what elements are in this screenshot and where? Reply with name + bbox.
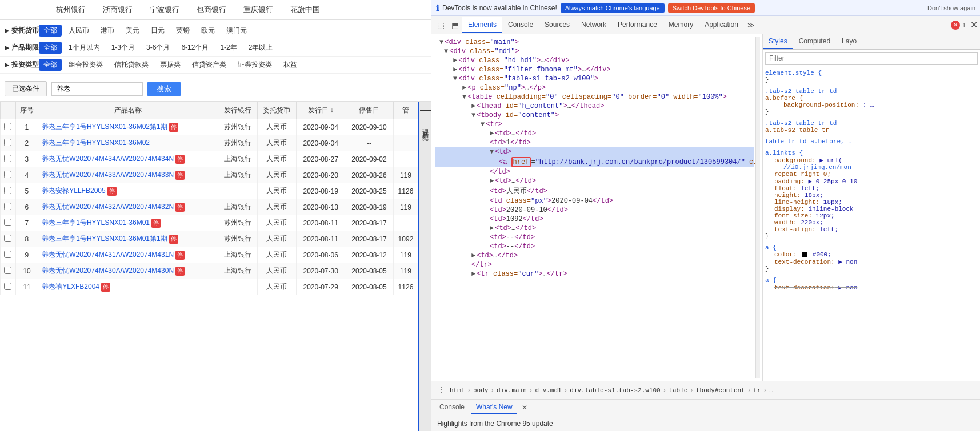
product-link[interactable]: 养老三年享1号HYYLSNX01-36M02 — [42, 139, 150, 147]
cell-checkbox[interactable] — [1, 183, 16, 199]
cell-checkbox[interactable] — [1, 263, 16, 279]
console-tab-console[interactable]: Console — [435, 401, 469, 414]
period-opt-1-2y[interactable]: 1-2年 — [215, 42, 241, 54]
cell-name[interactable]: 养老无忧W202074M430A/W202074M430N 停 — [38, 263, 218, 279]
breadcrumb-menu-btn[interactable]: ⋮ — [435, 383, 447, 397]
type-opt-combo[interactable]: 组合投资类 — [64, 59, 107, 71]
dom-scrollbar[interactable] — [755, 37, 760, 378]
dom-line-selected-td[interactable]: ▼<td> — [435, 147, 754, 156]
styles-tab-computed[interactable]: Computed — [793, 34, 836, 49]
compare-sidebar[interactable]: ⟶ 理财产品对比 — [418, 102, 431, 431]
period-opt-6-12m[interactable]: 6-12个月 — [177, 42, 213, 54]
cell-name[interactable]: 养老三年享1号HYYLSNX01-36M02 — [38, 135, 218, 151]
compare-arrow[interactable]: ⟶ — [419, 102, 431, 119]
tab-sources[interactable]: Sources — [539, 17, 575, 33]
bank-ningbo[interactable]: 宁波银行 — [150, 5, 179, 15]
period-opt-3-6m[interactable]: 3-6个月 — [142, 42, 174, 54]
currency-opt-mop[interactable]: 澳门元 — [222, 25, 251, 37]
currency-opt-all[interactable]: 全部 — [39, 25, 62, 37]
product-link[interactable]: 养老三年享1号HYYLSNX01-36M01第1期 — [42, 235, 167, 243]
breadcrumb-body[interactable]: body — [473, 387, 488, 394]
breadcrumb-html[interactable]: html — [450, 387, 465, 394]
switch-chinese-button[interactable]: Switch DevTools to Chinese — [668, 3, 755, 13]
dom-line-anchor[interactable]: <a href="http://bank.jrj.com.cn/bankpro/… — [435, 156, 754, 167]
product-link[interactable]: 养老三年享1号HYYLSNX01-36M02第1期 — [42, 123, 167, 131]
more-tabs-button[interactable]: ≫ — [744, 19, 758, 31]
product-link[interactable]: 养老无忧W202074M431A/W202074M431N — [42, 251, 174, 259]
cell-name[interactable]: 养老安禄YLLFB2005 停 — [38, 183, 218, 199]
styles-filter-input[interactable] — [765, 52, 978, 65]
currency-opt-gbp[interactable]: 英镑 — [171, 25, 194, 37]
product-link[interactable]: 养老无忧W202074M430A/W202074M430N — [42, 267, 174, 275]
cell-name[interactable]: 养老三年享1号HYYLSNX01-36M01第1期 停 — [38, 231, 218, 247]
conditions-button[interactable]: 已选条件 — [5, 81, 47, 96]
cell-checkbox[interactable] — [1, 231, 16, 247]
product-link[interactable]: 养老禧YLXFB2004 — [42, 283, 99, 291]
breadcrumb-table[interactable]: table — [669, 387, 687, 394]
product-link[interactable]: 养老三年享1号HYYLSNX01-36M01 — [42, 219, 150, 227]
type-opt-bill[interactable]: 票据类 — [155, 59, 185, 71]
cell-name[interactable]: 养老无忧W202074M432A/W202074M432N 停 — [38, 199, 218, 215]
type-opt-credit[interactable]: 信贷资产类 — [187, 59, 231, 71]
period-opt-1-3m[interactable]: 1-3个月 — [107, 42, 139, 54]
console-close-btn[interactable]: ✕ — [519, 402, 530, 413]
bank-baoshang[interactable]: 包商银行 — [197, 5, 226, 15]
cell-checkbox[interactable] — [1, 247, 16, 263]
cell-checkbox[interactable] — [1, 135, 16, 151]
cell-checkbox[interactable] — [1, 215, 16, 231]
breadcrumb-divmd1[interactable]: div.md1 — [535, 387, 561, 394]
styles-tab-layout[interactable]: Layo — [836, 34, 862, 49]
type-opt-equity[interactable]: 权益 — [279, 59, 302, 71]
css-link[interactable]: //i0.jrjimg.cn/mon — [783, 164, 851, 171]
cell-name[interactable]: 养老三年享1号HYYLSNX01-36M02第1期 停 — [38, 119, 218, 135]
bank-zhejiang[interactable]: 浙商银行 — [103, 5, 133, 15]
currency-opt-hkd[interactable]: 港币 — [96, 25, 119, 37]
styles-tab-styles[interactable]: Styles — [763, 34, 793, 49]
search-input[interactable] — [51, 82, 143, 96]
inspect-icon[interactable]: ⬚ — [434, 18, 448, 32]
product-link[interactable]: 养老无忧W202074M432A/W202074M432N — [42, 203, 174, 211]
tab-console[interactable]: Console — [502, 17, 539, 33]
breadcrumb-ellipsis[interactable]: … — [769, 387, 773, 394]
breadcrumb-tr[interactable]: tr — [753, 387, 761, 394]
match-language-button[interactable]: Always match Chrome's language — [561, 3, 665, 13]
cell-name[interactable]: 养老无忧W202074M431A/W202074M431N 停 — [38, 247, 218, 263]
bank-hangzhou[interactable]: 杭州银行 — [56, 5, 86, 15]
period-opt-2y[interactable]: 2年以上 — [244, 42, 278, 54]
cell-name[interactable]: 养老禧YLXFB2004 停 — [38, 279, 218, 295]
close-devtools-button[interactable]: ✕ — [970, 19, 978, 30]
type-opt-trust[interactable]: 信托贷款类 — [110, 59, 153, 71]
cell-checkbox[interactable] — [1, 167, 16, 183]
product-link[interactable]: 养老安禄YLLFB2005 — [42, 187, 105, 195]
breadcrumb-tbody[interactable]: tbody#content — [696, 387, 745, 394]
cell-checkbox[interactable] — [1, 279, 16, 295]
dont-show-button[interactable]: Don't show again — [927, 5, 975, 11]
currency-opt-rmb[interactable]: 人民币 — [64, 25, 94, 37]
cell-checkbox[interactable] — [1, 151, 16, 167]
bank-citi[interactable]: 花旗中国 — [290, 5, 320, 15]
cell-name[interactable]: 养老三年享1号HYYLSNX01-36M01 停 — [38, 215, 218, 231]
period-opt-1m[interactable]: 1个月以内 — [64, 42, 105, 54]
product-link[interactable]: 养老无忧W202074M433A/W202074M433N — [42, 171, 174, 179]
error-badge[interactable]: ✕ — [951, 21, 960, 30]
search-button[interactable]: 搜索 — [147, 82, 181, 96]
tab-elements[interactable]: Elements — [462, 17, 502, 33]
product-link[interactable]: 养老无忧W202074M434A/W202074M434N — [42, 155, 174, 163]
currency-opt-eur[interactable]: 欧元 — [197, 25, 219, 37]
cell-checkbox[interactable] — [1, 199, 16, 215]
currency-opt-usd[interactable]: 美元 — [121, 25, 144, 37]
breadcrumb-divtable[interactable]: div.table-s1.tab-s2.w100 — [570, 387, 660, 394]
device-icon[interactable]: ⬒ — [448, 18, 462, 32]
bank-chongqing[interactable]: 重庆银行 — [243, 5, 273, 15]
type-opt-sec[interactable]: 证券投资类 — [233, 59, 277, 71]
currency-opt-jpy[interactable]: 日元 — [146, 25, 169, 37]
cell-name[interactable]: 养老无忧W202074M433A/W202074M433N 停 — [38, 167, 218, 183]
tab-memory[interactable]: Memory — [663, 17, 699, 33]
tab-network[interactable]: Network — [575, 17, 612, 33]
tab-performance[interactable]: Performance — [612, 17, 663, 33]
cell-checkbox[interactable] — [1, 119, 16, 135]
type-opt-all[interactable]: 全部 — [39, 59, 62, 71]
console-tab-whatsnew[interactable]: What's New — [471, 401, 517, 414]
tab-application[interactable]: Application — [699, 17, 744, 33]
breadcrumb-divmain[interactable]: div.main — [497, 387, 527, 394]
